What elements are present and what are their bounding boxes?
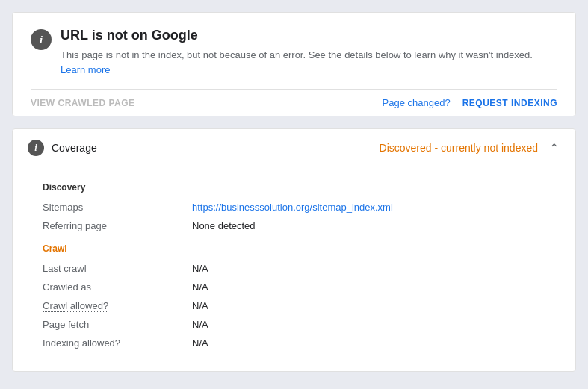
page-changed-link[interactable]: Page changed? <box>383 97 451 108</box>
card-description: This page is not in the index, but not b… <box>61 48 557 77</box>
coverage-info-icon: i <box>28 140 44 156</box>
coverage-title: Coverage <box>52 142 97 154</box>
coverage-card: i Coverage Discovered - currently not in… <box>12 128 576 372</box>
request-indexing-button[interactable]: REQUEST INDEXING <box>462 98 557 108</box>
indexing-allowed-tooltip-link[interactable]: Indexing allowed? <box>43 337 120 349</box>
last-crawl-label: Last crawl <box>43 263 192 274</box>
card-header: i URL is not on Google This page is not … <box>31 28 557 89</box>
crawled-as-row: Crawled as N/A <box>43 281 545 293</box>
sitemaps-label: Sitemaps <box>43 202 192 213</box>
crawled-as-value: N/A <box>192 281 208 293</box>
referring-page-row: Referring page None detected <box>43 220 545 231</box>
discovery-label: Discovery <box>43 182 545 193</box>
learn-more-link[interactable]: Learn more <box>61 64 110 75</box>
page-fetch-value: N/A <box>192 319 208 330</box>
crawled-as-label: Crawled as <box>43 281 192 293</box>
page-fetch-row: Page fetch N/A <box>43 319 545 330</box>
indexing-allowed-row: Indexing allowed? N/A <box>43 337 545 349</box>
indexing-allowed-value: N/A <box>192 337 208 349</box>
last-crawl-value: N/A <box>192 263 208 274</box>
url-status-card: i URL is not on Google This page is not … <box>12 12 576 116</box>
card-title: URL is not on Google <box>61 28 557 43</box>
discovery-section: Discovery Sitemaps https://businesssolut… <box>43 182 545 231</box>
coverage-header: i Coverage Discovered - currently not in… <box>13 129 575 167</box>
crawl-label: Crawl <box>43 243 545 254</box>
indexing-allowed-label: Indexing allowed? <box>43 337 192 349</box>
card-footer: VIEW CRAWLED PAGE Page changed? REQUEST … <box>31 89 557 116</box>
last-crawl-row: Last crawl N/A <box>43 263 545 274</box>
collapse-icon[interactable]: ⌃ <box>547 141 560 155</box>
sitemaps-row: Sitemaps https://businesssolution.org/si… <box>43 202 545 213</box>
coverage-header-left: i Coverage <box>28 140 97 156</box>
coverage-body: Discovery Sitemaps https://businesssolut… <box>13 167 575 371</box>
crawl-allowed-value: N/A <box>192 300 208 311</box>
coverage-status: Discovered - currently not indexed <box>380 142 538 154</box>
view-crawled-button[interactable]: VIEW CRAWLED PAGE <box>31 98 135 108</box>
coverage-header-right: Discovered - currently not indexed ⌃ <box>380 141 560 155</box>
page-fetch-label: Page fetch <box>43 319 192 330</box>
sitemap-link[interactable]: https://businesssolution.org/sitemap_ind… <box>192 202 393 213</box>
crawl-allowed-row: Crawl allowed? N/A <box>43 300 545 311</box>
crawl-allowed-tooltip-link[interactable]: Crawl allowed? <box>43 300 108 312</box>
sitemaps-value: https://businesssolution.org/sitemap_ind… <box>192 202 393 213</box>
referring-page-label: Referring page <box>43 220 192 231</box>
footer-right-actions: Page changed? REQUEST INDEXING <box>383 97 557 108</box>
info-icon: i <box>31 29 52 50</box>
referring-page-value: None detected <box>192 220 256 231</box>
card-text-content: URL is not on Google This page is not in… <box>61 28 557 77</box>
crawl-section: Crawl Last crawl N/A Crawled as N/A Craw… <box>43 243 545 349</box>
crawl-allowed-label: Crawl allowed? <box>43 300 192 311</box>
